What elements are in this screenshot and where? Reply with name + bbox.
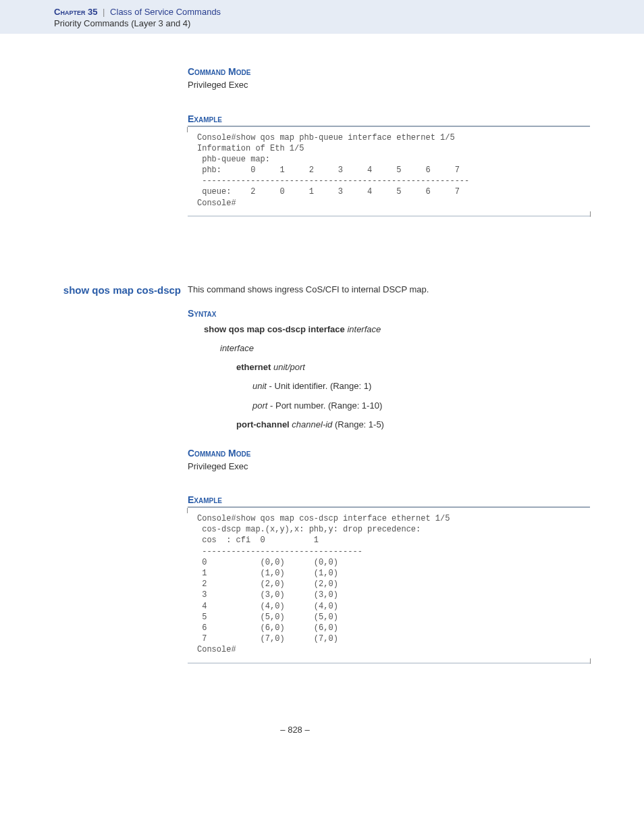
example-code-2: Console#show qos map cos-dscp interface …	[188, 506, 590, 663]
command-mode-label-2: Command Mode	[188, 448, 590, 459]
command-mode-text: Privileged Exec	[188, 78, 590, 92]
param-port: port - Port number. (Range: 1-10)	[252, 398, 590, 414]
command-mode-label: Command Mode	[188, 66, 590, 77]
param-portchannel: port-channel channel-id (Range: 1-5)	[236, 417, 590, 433]
syntax-arg: interface	[347, 324, 381, 334]
command-mode-text-2: Privileged Exec	[188, 460, 590, 473]
port-desc: - Port number. (Range: 1-10)	[267, 400, 382, 411]
content: Command Mode Privileged Exec Example Con…	[0, 34, 644, 755]
syntax-command: show qos map cos-dscp interface interfac…	[204, 321, 590, 338]
block-cmdmode-1: Command Mode Privileged Exec Example Con…	[0, 54, 590, 237]
portchannel-range: (Range: 1-5)	[332, 419, 384, 429]
page-number: – 828 –	[0, 725, 590, 735]
param-unit: unit - Unit identifier. (Range: 1)	[252, 378, 590, 394]
chapter-line: Chapter 35 | Class of Service Commands	[54, 7, 644, 17]
port-label: port	[252, 400, 267, 411]
ethernet-args: unit/port	[273, 362, 305, 372]
syntax-bold: show qos map cos-dscp interface	[204, 324, 345, 334]
block-cos-dscp: show qos map cos-dscp This command shows…	[0, 283, 590, 684]
portchannel-bold: port-channel	[236, 419, 290, 429]
example-label: Example	[188, 113, 590, 124]
portchannel-arg: channel-id	[292, 419, 332, 429]
example-code-1: Console#show qos map phb-queue interface…	[188, 126, 590, 217]
divider: |	[103, 7, 105, 17]
page-header: Chapter 35 | Class of Service Commands P…	[0, 0, 644, 34]
syntax-label: Syntax	[188, 308, 590, 319]
param-ethernet: ethernet unit/port	[236, 359, 590, 375]
param-interface: interface	[220, 340, 590, 357]
unit-desc: - Unit identifier. (Range: 1)	[267, 381, 371, 391]
command-intro: This command shows ingress CoS/CFI to in…	[188, 283, 590, 296]
subsection-title: Priority Commands (Layer 3 and 4)	[54, 18, 644, 28]
ethernet-bold: ethernet	[236, 362, 271, 372]
unit-label: unit	[252, 381, 267, 391]
command-title: show qos map cos-dscp	[0, 283, 181, 297]
section-title: Class of Service Commands	[110, 7, 221, 17]
chapter-number: Chapter 35	[54, 7, 97, 17]
example-label-2: Example	[188, 494, 590, 505]
